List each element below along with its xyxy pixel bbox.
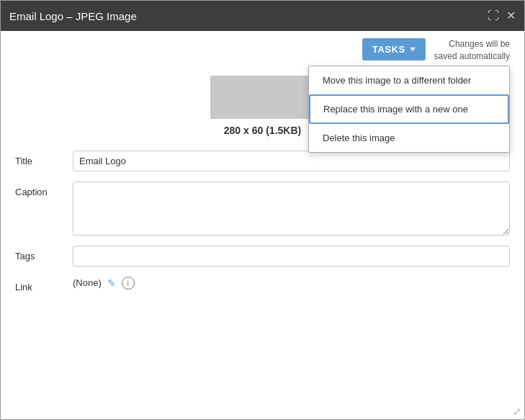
- info-label: i: [127, 279, 129, 287]
- tags-input[interactable]: [73, 246, 510, 267]
- caption-row: Caption: [15, 182, 510, 236]
- fullscreen-icon[interactable]: ⛶: [488, 10, 499, 22]
- image-dimensions: 280 x 60 (1.5KB): [224, 125, 301, 136]
- tasks-button[interactable]: TASKS: [362, 38, 426, 61]
- link-label: Link: [15, 277, 73, 292]
- title-input[interactable]: [73, 151, 510, 171]
- caption-label: Caption: [15, 182, 73, 197]
- close-icon[interactable]: ✕: [506, 10, 516, 22]
- edit-link-icon[interactable]: ✎: [107, 277, 116, 289]
- titlebar: Email Logo – JPEG Image ⛶ ✕: [1, 1, 524, 31]
- link-value: (None): [73, 277, 102, 288]
- autosave-line1: Changes will be: [449, 39, 510, 49]
- link-row: Link (None) ✎ i: [15, 277, 510, 292]
- autosave-line2: saved automatically: [434, 51, 510, 61]
- titlebar-controls: ⛶ ✕: [488, 10, 516, 22]
- move-image-item[interactable]: Move this image to a different folder: [309, 66, 509, 94]
- tags-label: Tags: [15, 246, 73, 262]
- title-label: Title: [15, 151, 73, 166]
- tags-row: Tags: [15, 246, 510, 267]
- tasks-label: TASKS: [372, 44, 405, 55]
- autosave-notice: Changes will be saved automatically: [434, 38, 510, 63]
- replace-image-item[interactable]: Replace this image with a new one: [309, 94, 509, 124]
- title-row: Title: [15, 151, 510, 171]
- resize-handle[interactable]: ⤢: [513, 406, 521, 417]
- link-value-row: (None) ✎ i: [73, 277, 135, 290]
- tasks-caret-icon: [410, 48, 416, 51]
- link-info-icon[interactable]: i: [122, 277, 135, 290]
- window-title: Email Logo – JPEG Image: [9, 10, 137, 22]
- toolbar-row: TASKS Changes will be saved automaticall…: [1, 31, 524, 63]
- content-area: TASKS Changes will be saved automaticall…: [1, 31, 524, 419]
- image-preview: [210, 76, 315, 119]
- form-section: Title Caption Tags Link (None) ✎ i: [1, 143, 524, 317]
- delete-image-item[interactable]: Delete this image: [309, 124, 509, 152]
- main-window: Email Logo – JPEG Image ⛶ ✕ TASKS Change…: [0, 0, 525, 420]
- tasks-dropdown-menu: Move this image to a different folder Re…: [308, 66, 510, 153]
- caption-input[interactable]: [73, 182, 510, 236]
